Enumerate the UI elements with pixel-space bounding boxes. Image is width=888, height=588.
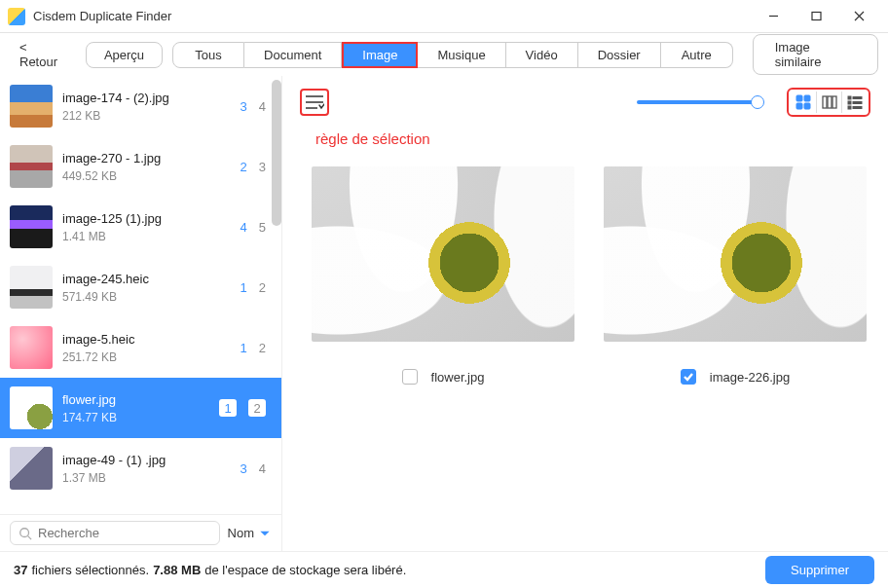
list-item[interactable]: image-125 (1).jpg 1.41 MB 45 <box>0 197 281 257</box>
selection-rule-label: règle de sélection <box>315 130 870 147</box>
scrollbar[interactable] <box>272 80 281 226</box>
list-item[interactable]: image-49 - (1) .jpg 1.37 MB 34 <box>0 438 281 498</box>
file-name: flower.jpg <box>62 392 209 407</box>
list-item[interactable]: image-270 - 1.jpg 449.52 KB 23 <box>0 136 281 197</box>
count-total: 3 <box>259 160 266 174</box>
grid-icon <box>796 94 811 110</box>
view-list-button[interactable] <box>841 92 867 113</box>
sort-label: Nom <box>228 526 254 540</box>
delete-button[interactable]: Supprimer <box>765 556 874 584</box>
maximize-button[interactable] <box>795 0 837 33</box>
svg-rect-13 <box>853 102 862 104</box>
svg-rect-6 <box>823 96 827 108</box>
toolbar: < Retour Aperçu Tous Document Image Musi… <box>0 33 888 76</box>
similar-image-button[interactable]: Image similaire <box>753 34 878 75</box>
close-button[interactable] <box>837 0 880 33</box>
main-area: image-174 - (2).jpg 212 KB 34 image-270 … <box>0 76 888 551</box>
count-selected: 1 <box>219 399 237 417</box>
count-total: 5 <box>259 220 266 235</box>
sort-dropdown[interactable]: Nom <box>228 526 272 540</box>
preview-image <box>604 166 867 342</box>
svg-rect-8 <box>832 96 836 108</box>
file-name: image-5.heic <box>62 332 231 347</box>
file-size: 571.49 KB <box>62 290 231 304</box>
search-field[interactable] <box>38 526 211 540</box>
search-icon <box>18 527 32 540</box>
tab-other[interactable]: Autre <box>661 42 733 68</box>
preview-card[interactable]: image-226.jpg <box>604 166 867 385</box>
count-total: 2 <box>259 341 266 355</box>
svg-rect-10 <box>848 101 851 104</box>
sidebar: image-174 - (2).jpg 212 KB 34 image-270 … <box>0 76 282 551</box>
thumbnail-icon <box>10 145 53 188</box>
svg-rect-0 <box>812 13 821 20</box>
file-size: 449.52 KB <box>62 169 231 183</box>
list-icon <box>847 94 863 110</box>
file-name: image-270 - 1.jpg <box>62 151 231 165</box>
view-columns-button[interactable] <box>816 92 841 113</box>
preview-grid: flower.jpg image-226.jpg <box>312 166 870 385</box>
minimize-button[interactable] <box>752 0 795 33</box>
preview-image <box>312 166 574 342</box>
tab-document[interactable]: Document <box>244 42 342 68</box>
tab-folder[interactable]: Dossier <box>578 42 661 68</box>
zoom-slider[interactable] <box>343 100 773 104</box>
detail-pane: règle de sélection flower.jpg image-226.… <box>282 76 888 551</box>
preview-filename: image-226.jpg <box>710 370 790 385</box>
preview-button[interactable]: Aperçu <box>86 42 163 68</box>
thumbnail-icon <box>10 85 53 128</box>
list-item[interactable]: image-245.heic 571.49 KB 12 <box>0 257 281 317</box>
tab-image[interactable]: Image <box>342 42 418 68</box>
svg-rect-9 <box>848 96 851 99</box>
svg-rect-2 <box>796 95 802 101</box>
file-size: 212 KB <box>62 109 231 123</box>
view-grid-button[interactable] <box>791 92 816 113</box>
search-input[interactable] <box>10 521 220 545</box>
thumbnail-icon <box>10 447 53 490</box>
file-name: image-49 - (1) .jpg <box>62 453 231 467</box>
status-bar: 37 fichiers sélectionnés. 7.88 MB de l'e… <box>0 551 888 588</box>
view-mode-group <box>787 88 870 117</box>
freed-size-suffix: de l'espace de stockage sera libéré. <box>204 563 406 577</box>
svg-rect-12 <box>853 97 862 99</box>
select-checkbox[interactable] <box>402 369 418 385</box>
list-item[interactable]: image-5.heic 251.72 KB 12 <box>0 317 281 378</box>
count-total: 4 <box>259 99 266 114</box>
svg-rect-4 <box>796 103 802 109</box>
selected-count: 37 <box>14 563 27 577</box>
list-item[interactable]: flower.jpg 174.77 KB 12 <box>0 378 281 438</box>
svg-rect-3 <box>804 95 810 101</box>
svg-rect-5 <box>804 103 810 109</box>
category-tabs: Tous Document Image Musique Vidéo Dossie… <box>172 42 733 68</box>
file-list[interactable]: image-174 - (2).jpg 212 KB 34 image-270 … <box>0 76 281 514</box>
back-button[interactable]: < Retour <box>10 34 76 75</box>
file-name: image-125 (1).jpg <box>62 211 231 226</box>
file-size: 251.72 KB <box>62 350 231 364</box>
svg-point-1 <box>20 528 29 536</box>
select-checkbox[interactable] <box>681 369 696 385</box>
count-selected: 2 <box>240 160 247 174</box>
list-item[interactable]: image-174 - (2).jpg 212 KB 34 <box>0 76 281 136</box>
file-size: 174.77 KB <box>62 411 209 424</box>
check-icon <box>684 372 693 382</box>
count-selected: 3 <box>240 99 247 114</box>
tab-video[interactable]: Vidéo <box>506 42 578 68</box>
selection-rule-button[interactable] <box>300 89 329 116</box>
tab-music[interactable]: Musique <box>418 42 505 68</box>
preview-card[interactable]: flower.jpg <box>312 166 574 385</box>
count-total: 2 <box>248 399 266 417</box>
svg-rect-7 <box>828 96 832 108</box>
sidebar-bottom-bar: Nom <box>0 514 281 551</box>
count-selected: 1 <box>240 280 247 295</box>
count-selected: 4 <box>240 220 247 235</box>
thumbnail-icon <box>10 386 53 429</box>
window-title: Cisdem Duplicate Finder <box>33 9 752 23</box>
file-size: 1.37 MB <box>62 471 231 485</box>
thumbnail-icon <box>10 266 53 309</box>
thumbnail-icon <box>10 326 53 369</box>
chevron-down-icon <box>258 527 272 540</box>
file-size: 1.41 MB <box>62 230 231 243</box>
tab-all[interactable]: Tous <box>172 42 244 68</box>
file-name: image-174 - (2).jpg <box>62 91 231 105</box>
file-name: image-245.heic <box>62 272 231 286</box>
